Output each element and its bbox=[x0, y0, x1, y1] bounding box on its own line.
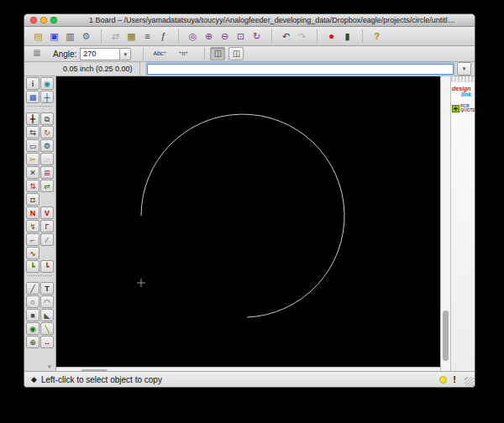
angle-combobox[interactable]: 270 bbox=[80, 48, 119, 60]
replace-button[interactable]: ⇌ bbox=[40, 180, 54, 192]
ripup-button[interactable]: ┗ bbox=[40, 260, 54, 273]
name-button[interactable]: N bbox=[26, 206, 39, 219]
sidebar-scroll-down-icon[interactable]: ▼ bbox=[47, 364, 52, 369]
sidebar-row: ∿ bbox=[26, 247, 54, 259]
save-button[interactable]: ▣ bbox=[47, 29, 61, 43]
toolbar-separator bbox=[311, 29, 318, 43]
rotate-step-button[interactable]: ⁺n⁺ bbox=[174, 48, 192, 60]
eagle-board-window: 1 Board – /Users/yamadatatsuya/toucyy/An… bbox=[24, 13, 475, 388]
resize-grip[interactable] bbox=[465, 377, 474, 386]
pcb-quote-icon: ✚ bbox=[452, 105, 459, 112]
dimension-button[interactable]: ↔ bbox=[40, 336, 54, 348]
arc-button[interactable]: ◠ bbox=[40, 295, 54, 308]
spin-text-button[interactable]: Abc⁺ bbox=[150, 48, 169, 60]
mark-button[interactable]: ┼ bbox=[40, 91, 54, 103]
rect-button[interactable]: ■ bbox=[26, 309, 39, 321]
design-link-panel: design link ✚ PCB QUOTE bbox=[450, 76, 475, 371]
command-line-input[interactable] bbox=[147, 64, 454, 75]
zoom-out-button[interactable]: ⊖ bbox=[218, 29, 232, 43]
sidebar-row: ✂ ▱ bbox=[26, 153, 54, 165]
status-bar: ◆ Left-click to select object to copy ! bbox=[24, 371, 475, 387]
stop-button[interactable]: ● bbox=[324, 29, 339, 43]
angle-dropdown-icon[interactable]: ▾ bbox=[119, 48, 131, 60]
cut-button[interactable]: ✂ bbox=[26, 153, 39, 165]
miter-button[interactable]: Γ bbox=[40, 220, 54, 232]
pcb-quote-button[interactable]: ✚ PCB QUOTE bbox=[452, 104, 474, 112]
window-title: 1 Board – /Users/yamadatatsuya/toucyy/An… bbox=[37, 16, 462, 24]
toolbar-separator bbox=[265, 29, 272, 43]
meander-button[interactable]: ∿ bbox=[26, 247, 39, 259]
via-button[interactable]: ◉ bbox=[26, 322, 39, 335]
paste-button[interactable]: ▱ bbox=[40, 153, 54, 165]
grid-icon[interactable]: ▦ bbox=[29, 48, 45, 60]
zoom-button[interactable] bbox=[50, 17, 57, 24]
pcb-quote-label: PCB QUOTE bbox=[460, 104, 475, 112]
polygon-button[interactable]: ◣ bbox=[40, 309, 54, 321]
text-button[interactable]: T bbox=[40, 282, 54, 295]
move-button[interactable]: ╋ bbox=[26, 112, 39, 125]
open-button[interactable]: ▤ bbox=[31, 29, 45, 43]
run-ulp-button[interactable]: ƒ bbox=[156, 29, 171, 43]
hole-button[interactable]: ⊕ bbox=[26, 336, 39, 348]
lock-button[interactable]: ◘ bbox=[26, 193, 39, 206]
toolbar-separator bbox=[95, 29, 102, 43]
drc-status-light[interactable] bbox=[439, 376, 447, 384]
circle-button[interactable]: ○ bbox=[26, 295, 39, 308]
board-drawing bbox=[56, 76, 440, 367]
alert-icon[interactable]: ! bbox=[453, 374, 456, 384]
sidebar-row: ○ ◠ bbox=[26, 295, 54, 308]
rotate-button[interactable]: ↻ bbox=[40, 126, 54, 138]
show-button[interactable]: ◉ bbox=[40, 77, 54, 90]
zoom-redraw-button[interactable]: ↻ bbox=[249, 29, 264, 43]
circle-arc[interactable] bbox=[141, 114, 344, 317]
group-button[interactable]: ▭ bbox=[26, 139, 39, 152]
pinswap-button[interactable]: ⇅ bbox=[26, 180, 39, 192]
optimize-button[interactable]: ∕ bbox=[40, 233, 54, 246]
traffic-light-button[interactable]: ▮ bbox=[340, 29, 354, 43]
command-row: 0.05 inch (0.25 0.00) ▾ bbox=[24, 62, 475, 76]
toolbar-separator bbox=[199, 48, 205, 60]
print-button[interactable]: ▥ bbox=[63, 29, 77, 43]
board-canvas[interactable] bbox=[56, 76, 440, 367]
titlebar[interactable]: 1 Board – /Users/yamadatatsuya/toucyy/An… bbox=[24, 14, 475, 27]
panel-drag-handle[interactable] bbox=[451, 76, 475, 82]
copy-button[interactable]: ⧉ bbox=[40, 112, 54, 125]
change-button[interactable]: ⚙ bbox=[40, 139, 54, 152]
minimize-button[interactable] bbox=[40, 17, 47, 24]
display-layers-button[interactable]: ▩ bbox=[26, 91, 39, 103]
mirror-button[interactable]: ⇆ bbox=[26, 126, 39, 138]
split-button[interactable]: ⌐ bbox=[26, 233, 39, 246]
smash-button[interactable]: ↯ bbox=[26, 220, 39, 232]
design-link-logo-link: link bbox=[461, 91, 474, 97]
route-button[interactable]: ┗ bbox=[26, 260, 39, 273]
sidebar-row: ┗ ┗ bbox=[26, 260, 54, 273]
zoom-in-button[interactable]: ⊕ bbox=[202, 29, 216, 43]
view-pane-button-2[interactable]: ◫ bbox=[228, 47, 244, 60]
command-dropdown-icon[interactable]: ▾ bbox=[457, 62, 471, 76]
add-button[interactable]: ⊞ bbox=[40, 166, 54, 179]
design-link-logo-design: design bbox=[452, 86, 474, 91]
value-button[interactable]: V bbox=[40, 206, 54, 219]
toolbar-separator bbox=[172, 29, 179, 43]
delete-button[interactable]: ✕ bbox=[26, 166, 39, 179]
vertical-scrollbar[interactable] bbox=[440, 76, 450, 371]
sidebar-row: ◘ bbox=[26, 193, 54, 206]
zoom-select-button[interactable]: ⊡ bbox=[234, 29, 248, 43]
vertical-scroll-thumb[interactable] bbox=[443, 311, 449, 361]
info-button[interactable]: i bbox=[26, 77, 39, 90]
main-toolbar: ▤ ▣ ▥ ⚙ ⇄ ▦ ≡ ƒ ◎ ⊕ ⊖ ⊡ ↻ bbox=[24, 27, 475, 46]
zoom-fit-button[interactable]: ◎ bbox=[186, 29, 200, 43]
sidebar-row: ⌐ ∕ bbox=[26, 233, 54, 246]
library-use-button[interactable]: ▦ bbox=[124, 29, 139, 43]
design-link-logo[interactable]: design link bbox=[452, 86, 474, 97]
wire-button[interactable]: ╱ bbox=[26, 282, 39, 295]
close-button[interactable] bbox=[30, 17, 37, 24]
undo-button[interactable]: ↶ bbox=[279, 29, 293, 43]
signal-button[interactable]: ╲ bbox=[40, 322, 54, 335]
help-button[interactable]: ? bbox=[370, 29, 384, 43]
cam-processor-button[interactable]: ⚙ bbox=[79, 29, 93, 43]
view-pane-button-1[interactable]: ◫ bbox=[210, 47, 225, 60]
sidebar-row: N V bbox=[26, 206, 54, 219]
script-button[interactable]: ≡ bbox=[140, 29, 155, 43]
main-area: ▼ i ◉ ▩ ┼ ╋ ⧉ bbox=[24, 76, 475, 371]
